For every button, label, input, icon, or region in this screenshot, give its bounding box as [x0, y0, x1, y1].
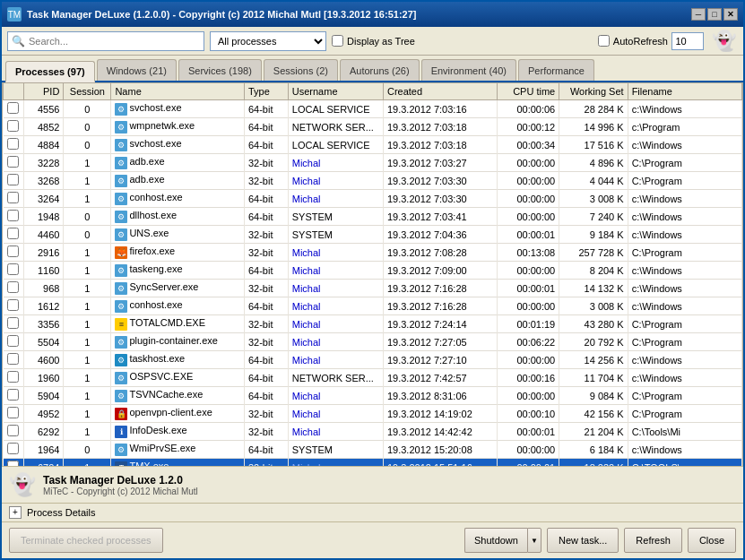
- tab-windows[interactable]: Windows (21): [97, 59, 177, 81]
- display-tree-checkbox[interactable]: [332, 35, 343, 47]
- col-header-wset[interactable]: Working Set: [559, 83, 628, 100]
- row-checkbox-cell[interactable]: [4, 315, 24, 333]
- table-row[interactable]: 4556 0 ⚙svchost.exe 64-bit LOCAL SERVICE…: [4, 100, 742, 118]
- row-checkbox[interactable]: [7, 156, 19, 168]
- row-name: ⚙dllhost.exe: [111, 208, 245, 226]
- row-checkbox[interactable]: [7, 371, 19, 383]
- tab-processes[interactable]: Processes (97): [5, 61, 95, 82]
- row-checkbox[interactable]: [7, 335, 19, 347]
- tab-bar: Processes (97) Windows (21) Services (19…: [2, 56, 743, 82]
- table-row[interactable]: 1964 0 ⚙WmiPrvSE.exe 64-bit SYSTEM 19.3.…: [4, 441, 742, 459]
- table-row[interactable]: 5504 1 ⚙plugin-container.exe 32-bit Mich…: [4, 333, 742, 351]
- table-row[interactable]: 4600 1 ⚙taskhost.exe 64-bit Michal 19.3.…: [4, 351, 742, 369]
- tab-services[interactable]: Services (198): [178, 59, 262, 81]
- table-row[interactable]: 4952 1 🔒openvpn-client.exe 32-bit Michal…: [4, 405, 742, 423]
- tab-sessions[interactable]: Sessions (2): [264, 59, 338, 81]
- col-header-name[interactable]: Name: [111, 83, 245, 100]
- process-icon: ⚙: [115, 211, 127, 223]
- row-checkbox[interactable]: [7, 192, 19, 203]
- table-row[interactable]: 1948 0 ⚙dllhost.exe 64-bit SYSTEM 19.3.2…: [4, 208, 742, 226]
- row-filename: c:\Windows: [628, 369, 741, 387]
- col-header-cpu[interactable]: CPU time: [498, 83, 559, 100]
- terminate-button[interactable]: Terminate checked processes: [9, 528, 163, 553]
- process-details-row[interactable]: + Process Details: [2, 503, 743, 521]
- row-checkbox[interactable]: [7, 246, 19, 257]
- table-row[interactable]: 4884 0 ⚙svchost.exe 64-bit LOCAL SERVICE…: [4, 136, 742, 154]
- row-checkbox-cell[interactable]: [4, 351, 24, 369]
- maximize-button[interactable]: □: [707, 8, 722, 21]
- row-checkbox-cell[interactable]: [4, 208, 24, 226]
- row-checkbox[interactable]: [7, 120, 19, 132]
- table-row[interactable]: 5904 1 ⚙TSVNCache.exe 64-bit Michal 19.3…: [4, 387, 742, 405]
- autorefresh-checkbox[interactable]: [598, 35, 610, 47]
- row-checkbox-cell[interactable]: [4, 136, 24, 154]
- table-row[interactable]: 1960 1 ⚙OSPSVC.EXE 64-bit NETWORK SER...…: [4, 369, 742, 387]
- row-checkbox[interactable]: [7, 317, 19, 329]
- close-window-button[interactable]: ✕: [723, 8, 738, 21]
- col-header-session[interactable]: Session: [64, 83, 111, 100]
- row-checkbox-cell[interactable]: [4, 333, 24, 351]
- row-checkbox-cell[interactable]: [4, 154, 24, 172]
- row-type: 32-bit: [244, 459, 288, 467]
- table-row[interactable]: 4852 0 ⚙wmpnetwk.exe 64-bit NETWORK SER.…: [4, 118, 742, 136]
- row-checkbox-cell[interactable]: [4, 387, 24, 405]
- table-row[interactable]: 1612 1 ⚙conhost.exe 64-bit Michal 19.3.2…: [4, 297, 742, 315]
- row-checkbox[interactable]: [7, 425, 19, 436]
- row-checkbox[interactable]: [7, 138, 19, 150]
- row-checkbox-cell[interactable]: [4, 172, 24, 190]
- row-checkbox-cell[interactable]: [4, 118, 24, 136]
- new-task-button[interactable]: New task...: [547, 528, 619, 553]
- col-header-type[interactable]: Type: [244, 83, 288, 100]
- table-row[interactable]: 6704 1 TTMX.exe 32-bit Michal 19.3.2012 …: [4, 459, 742, 467]
- row-checkbox[interactable]: [7, 407, 19, 418]
- row-checkbox-cell[interactable]: [4, 459, 24, 467]
- row-checkbox[interactable]: [7, 299, 19, 311]
- table-row[interactable]: 1160 1 ⚙taskeng.exe 64-bit Michal 19.3.2…: [4, 262, 742, 280]
- table-row[interactable]: 4460 0 ⚙UNS.exe 32-bit SYSTEM 19.3.2012 …: [4, 226, 742, 244]
- row-checkbox[interactable]: [7, 353, 19, 365]
- row-checkbox-cell[interactable]: [4, 226, 24, 244]
- row-checkbox-cell[interactable]: [4, 405, 24, 423]
- process-filter-select[interactable]: All processes My processes System proces…: [210, 31, 326, 51]
- row-checkbox[interactable]: [7, 281, 19, 293]
- shutdown-button[interactable]: Shutdown: [464, 528, 527, 553]
- row-checkbox[interactable]: [7, 102, 19, 114]
- col-header-filename[interactable]: Filename: [628, 83, 741, 100]
- row-checkbox-cell[interactable]: [4, 190, 24, 208]
- row-checkbox-cell[interactable]: [4, 280, 24, 297]
- row-checkbox[interactable]: [7, 174, 19, 185]
- table-row[interactable]: 6292 1 ℹInfoDesk.exe 32-bit Michal 19.3.…: [4, 423, 742, 441]
- col-header-username[interactable]: Username: [288, 83, 383, 100]
- table-row[interactable]: 3228 1 ⚙adb.exe 32-bit Michal 19.3.2012 …: [4, 154, 742, 172]
- row-checkbox-cell[interactable]: [4, 423, 24, 441]
- row-checkbox-cell[interactable]: [4, 369, 24, 387]
- info-ghost-icon: 👻: [9, 472, 36, 497]
- refresh-button[interactable]: Refresh: [624, 528, 682, 553]
- shutdown-dropdown-arrow[interactable]: ▼: [527, 528, 541, 553]
- tab-performance[interactable]: Performance: [518, 59, 594, 81]
- col-header-pid[interactable]: PID: [23, 83, 64, 100]
- row-checkbox-cell[interactable]: [4, 262, 24, 280]
- minimize-button[interactable]: ─: [691, 8, 706, 21]
- close-button[interactable]: Close: [688, 528, 736, 553]
- col-header-check[interactable]: [4, 83, 24, 100]
- row-checkbox[interactable]: [7, 228, 19, 239]
- table-row[interactable]: 3356 1 ≡TOTALCMD.EXE 32-bit Michal 19.3.…: [4, 315, 742, 333]
- tab-environment[interactable]: Environment (40): [421, 59, 516, 81]
- autorefresh-interval[interactable]: [671, 32, 704, 50]
- row-checkbox-cell[interactable]: [4, 244, 24, 262]
- row-checkbox[interactable]: [7, 210, 19, 221]
- row-checkbox-cell[interactable]: [4, 441, 24, 459]
- table-row[interactable]: 3264 1 ⚙conhost.exe 64-bit Michal 19.3.2…: [4, 190, 742, 208]
- table-row[interactable]: 2916 1 🦊firefox.exe 32-bit Michal 19.3.2…: [4, 244, 742, 262]
- row-checkbox[interactable]: [7, 443, 19, 454]
- search-input[interactable]: [29, 36, 200, 47]
- row-checkbox[interactable]: [7, 389, 19, 401]
- row-checkbox-cell[interactable]: [4, 100, 24, 118]
- table-row[interactable]: 968 1 ⚙SyncServer.exe 32-bit Michal 19.3…: [4, 280, 742, 297]
- tab-autoruns[interactable]: Autoruns (26): [340, 59, 420, 81]
- row-checkbox-cell[interactable]: [4, 297, 24, 315]
- row-checkbox[interactable]: [7, 263, 19, 275]
- table-row[interactable]: 3268 1 ⚙adb.exe 32-bit Michal 19.3.2012 …: [4, 172, 742, 190]
- col-header-created[interactable]: Created: [383, 83, 497, 100]
